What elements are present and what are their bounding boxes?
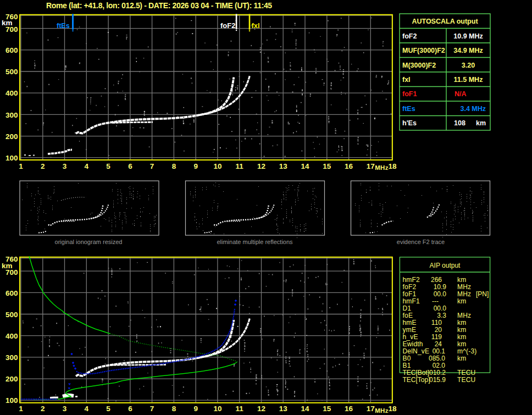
svg-text:13: 13 [279,405,288,413]
svg-text:2: 2 [41,162,45,170]
svg-text:5: 5 [106,162,110,170]
svg-text:02.0: 02.0 [433,362,446,369]
svg-text:km: km [476,119,486,127]
svg-text:100: 100 [5,396,18,405]
svg-text:600: 600 [5,46,18,54]
svg-text:foE: foE [403,312,413,319]
svg-text:foF2: foF2 [403,283,417,291]
svg-text:200: 200 [5,375,18,383]
svg-text:AUTOSCALA output: AUTOSCALA output [412,18,478,25]
svg-text:11: 11 [236,405,244,413]
svg-text:original ionogram resized: original ionogram resized [55,239,123,245]
svg-text:8: 8 [172,162,176,170]
svg-text:MUF(3000)F2: MUF(3000)F2 [402,47,445,54]
svg-text:hmF2: hmF2 [403,276,420,284]
svg-text:00.1: 00.1 [433,347,446,355]
svg-text:hmF1: hmF1 [403,297,420,305]
svg-text:10.9: 10.9 [434,283,447,291]
svg-text:---: --- [432,297,439,305]
svg-text:7: 7 [150,405,154,413]
svg-text:16: 16 [345,162,353,170]
svg-text:fxl: fxl [402,76,411,84]
svg-text:8: 8 [172,405,176,413]
svg-text:MHz: MHz [375,164,389,171]
svg-text:7: 7 [150,162,154,170]
svg-text:17: 17 [367,162,375,170]
svg-text:085.0: 085.0 [429,355,445,362]
svg-text:300: 300 [5,111,18,119]
svg-text:3.20: 3.20 [462,62,475,69]
svg-text:12: 12 [257,162,265,170]
svg-text:4: 4 [85,162,89,170]
svg-text:[PN]: [PN] [476,290,489,298]
svg-text:km: km [457,340,466,348]
svg-text:B0: B0 [403,355,411,362]
svg-text:600: 600 [5,289,18,297]
svg-text:500: 500 [5,311,18,319]
svg-text:AIP output: AIP output [430,262,461,269]
svg-text:3.4 MHz: 3.4 MHz [460,105,486,113]
svg-text:34.9 MHz: 34.9 MHz [453,47,483,54]
svg-text:foF2: foF2 [402,32,417,40]
svg-text:6: 6 [128,405,132,413]
svg-text:TECU: TECU [457,369,475,377]
svg-text:00.0: 00.0 [434,305,447,312]
svg-text:D1: D1 [403,305,412,312]
svg-text:200: 200 [5,132,18,141]
svg-text:3: 3 [63,162,67,170]
svg-text:km: km [457,319,466,327]
svg-text:18: 18 [389,405,397,413]
svg-text:18: 18 [389,162,397,170]
svg-text:400: 400 [5,332,18,340]
svg-text:00.0: 00.0 [434,290,447,298]
svg-text:MHz: MHz [375,407,389,414]
svg-text:13: 13 [279,162,288,170]
svg-text:11: 11 [236,162,244,170]
svg-text:010.2: 010.2 [429,369,446,377]
svg-text:B1: B1 [403,362,411,369]
svg-text:km: km [457,355,466,362]
svg-text:300: 300 [5,353,18,362]
svg-text:100: 100 [5,154,18,162]
svg-text:hmE: hmE [403,319,417,327]
svg-text:10: 10 [213,162,221,170]
svg-text:Rome (lat: +41.8, lon: 012.5): Rome (lat: +41.8, lon: 012.5) - DATE: 20… [46,1,272,10]
svg-text:evidence F2 trace: evidence F2 trace [397,239,445,245]
svg-text:1: 1 [19,405,23,413]
svg-text:6: 6 [128,162,132,170]
svg-text:3: 3 [63,405,67,413]
svg-text:14: 14 [301,405,309,413]
svg-text:TECU: TECU [457,376,475,384]
svg-text:h_vE: h_vE [403,333,418,341]
svg-text:9: 9 [193,405,198,413]
svg-text:4: 4 [85,405,89,413]
svg-text:foF1: foF1 [402,90,417,98]
svg-text:17: 17 [367,405,375,413]
svg-text:266: 266 [431,276,442,284]
svg-text:km: km [457,297,466,305]
svg-text:ymE: ymE [403,326,417,334]
svg-text:015.9: 015.9 [429,376,446,384]
svg-text:16: 16 [345,405,353,413]
svg-text:M(3000)F2: M(3000)F2 [402,62,436,69]
svg-text:14: 14 [301,162,309,170]
svg-text:km: km [457,326,466,334]
svg-text:20: 20 [435,326,442,334]
svg-text:3.3: 3.3 [437,312,446,319]
svg-text:MHz: MHz [457,312,471,319]
svg-text:MHz: MHz [457,283,471,291]
svg-text:108: 108 [454,119,465,127]
svg-text:15: 15 [323,405,331,413]
svg-text:119: 119 [431,333,442,341]
svg-text:15: 15 [323,162,331,170]
svg-text:12: 12 [257,405,265,413]
svg-text:10: 10 [213,405,221,413]
svg-text:500: 500 [5,68,18,76]
svg-text:Ewidth: Ewidth [403,340,423,348]
svg-text:eliminate multiple reflections: eliminate multiple reflections [217,239,293,245]
svg-text:km: km [457,333,466,341]
svg-text:TEC[Bot]: TEC[Bot] [403,369,430,377]
svg-text:11.5 MHz: 11.5 MHz [454,76,483,84]
svg-text:10.9 MHz: 10.9 MHz [453,32,483,40]
svg-text:700: 700 [5,268,18,276]
